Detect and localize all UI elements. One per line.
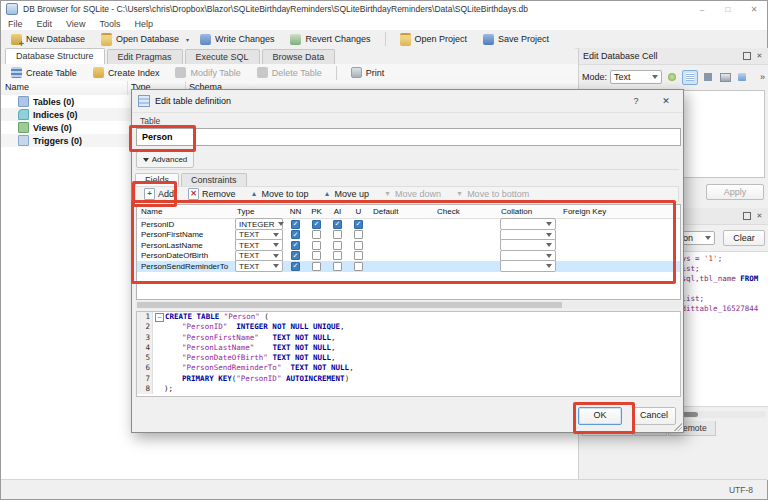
menu-file[interactable]: File bbox=[1, 18, 30, 30]
open-external-icon[interactable] bbox=[735, 71, 749, 84]
u-checkbox[interactable] bbox=[354, 251, 363, 260]
nn-checkbox[interactable]: ✓ bbox=[291, 241, 300, 250]
u-checkbox[interactable]: ✓ bbox=[354, 220, 363, 229]
tab-constraints[interactable]: Constraints bbox=[181, 173, 247, 186]
create-index-button[interactable]: Create Index bbox=[85, 65, 168, 80]
advanced-toggle[interactable]: Advanced bbox=[136, 151, 194, 168]
ai-checkbox[interactable] bbox=[333, 230, 342, 239]
import-icon[interactable] bbox=[665, 71, 679, 84]
table-name-input[interactable]: Person bbox=[136, 128, 681, 146]
ai-checkbox[interactable] bbox=[333, 251, 342, 260]
sql-code: CREATE TABLE "Person" ( bbox=[165, 312, 269, 322]
tab-execute-sql[interactable]: Execute SQL bbox=[185, 49, 260, 64]
field-collation-select[interactable] bbox=[500, 260, 556, 272]
close-panel-icon[interactable]: ✕ bbox=[753, 51, 766, 62]
ok-button[interactable]: OK bbox=[578, 407, 622, 425]
fold-marker-icon[interactable]: – bbox=[155, 313, 164, 322]
pk-checkbox[interactable]: ✓ bbox=[312, 220, 321, 229]
print-button[interactable]: Print bbox=[343, 65, 393, 80]
grid-column-foreign-key[interactable]: Foreign Key bbox=[559, 207, 680, 216]
close-log-panel-icon[interactable]: ✕ bbox=[753, 211, 766, 222]
u-checkbox[interactable] bbox=[354, 230, 363, 239]
new-database-button[interactable]: New Database bbox=[3, 32, 93, 47]
grid-column-type[interactable]: Type bbox=[233, 207, 285, 216]
menu-help[interactable]: Help bbox=[127, 18, 160, 30]
line-number: 8 bbox=[137, 384, 153, 394]
grid-column-nn[interactable]: NN bbox=[285, 207, 306, 216]
print2-icon[interactable] bbox=[718, 71, 732, 84]
pk-checkbox[interactable] bbox=[312, 251, 321, 260]
write-changes-button[interactable]: Write Changes bbox=[192, 32, 282, 47]
tab-browse-data[interactable]: Browse Data bbox=[262, 49, 336, 64]
ai-checkbox[interactable] bbox=[333, 262, 342, 271]
field-type-select[interactable]: TEXT bbox=[235, 260, 283, 272]
field-row-personid[interactable]: PersonIDINTEGER✓✓✓✓ bbox=[137, 219, 680, 230]
open-project-button[interactable]: Open Project bbox=[392, 31, 476, 48]
ai-checkbox[interactable]: ✓ bbox=[333, 220, 342, 229]
grid-column-u[interactable]: U bbox=[348, 207, 369, 216]
grid-column-name[interactable]: Name bbox=[137, 207, 233, 216]
maximize-icon[interactable]: □ bbox=[715, 1, 741, 17]
apply-button[interactable]: Apply bbox=[706, 184, 764, 200]
float-log-panel-icon[interactable] bbox=[740, 211, 753, 222]
line-number: 1 bbox=[137, 312, 153, 322]
move-to-top-button[interactable]: ▴Move to top bbox=[244, 188, 315, 200]
menu-edit[interactable]: Edit bbox=[30, 18, 60, 30]
dialog-resize-grip[interactable] bbox=[674, 423, 682, 431]
revert-changes-button[interactable]: Revert Changes bbox=[282, 32, 378, 47]
float-panel-icon[interactable] bbox=[740, 51, 753, 62]
grid-column-pk[interactable]: PK bbox=[306, 207, 327, 216]
mode-select[interactable]: Text bbox=[610, 70, 662, 84]
tree-column-name[interactable]: Name bbox=[5, 82, 29, 92]
field-row-personlastname[interactable]: PersonLastNameTEXT✓ bbox=[137, 240, 680, 251]
u-checkbox[interactable] bbox=[354, 262, 363, 271]
tab-edit-pragmas[interactable]: Edit Pragmas bbox=[107, 49, 183, 64]
add-button[interactable]: +Add bbox=[138, 187, 180, 201]
field-name: PersonFirstName bbox=[137, 230, 233, 239]
ai-checkbox[interactable] bbox=[333, 241, 342, 250]
sql-preview-editor[interactable]: 1–CREATE TABLE "Person" (2 "PersonID" IN… bbox=[136, 311, 681, 397]
field-row-personfirstname[interactable]: PersonFirstNameTEXT✓ bbox=[137, 230, 680, 241]
pk-checkbox[interactable] bbox=[312, 262, 321, 271]
pk-checkbox[interactable] bbox=[312, 230, 321, 239]
grid-column-collation[interactable]: Collation bbox=[497, 207, 559, 216]
add-icon: + bbox=[144, 188, 155, 200]
indices-icon bbox=[18, 109, 29, 120]
line-number: 6 bbox=[137, 363, 153, 373]
nn-checkbox[interactable]: ✓ bbox=[291, 251, 300, 260]
grid-column-ai[interactable]: AI bbox=[327, 207, 348, 216]
move-up-button[interactable]: ▴Move up bbox=[317, 188, 376, 200]
save-project-button[interactable]: Save Project bbox=[475, 32, 557, 47]
grid-horizontal-scrollbar[interactable] bbox=[136, 301, 681, 309]
line-number: 7 bbox=[137, 374, 153, 384]
menu-tools[interactable]: Tools bbox=[92, 18, 127, 30]
grid-column-check[interactable]: Check bbox=[433, 207, 497, 216]
dialog-help-icon[interactable]: ? bbox=[623, 92, 649, 110]
open-database-dropdown-icon[interactable]: ▾ bbox=[183, 36, 192, 43]
dialog-close-icon[interactable]: ✕ bbox=[653, 92, 679, 110]
grid-column-default[interactable]: Default bbox=[369, 207, 433, 216]
clear-log-button[interactable]: Clear bbox=[723, 230, 765, 246]
close-icon[interactable]: ✕ bbox=[741, 1, 767, 17]
open-database-button[interactable]: Open Database bbox=[93, 31, 187, 48]
main-tab-bar: Database StructureEdit PragmasExecute SQ… bbox=[1, 48, 575, 65]
create-table-button[interactable]: Create Table bbox=[3, 65, 85, 80]
nn-checkbox[interactable]: ✓ bbox=[291, 230, 300, 239]
pk-checkbox[interactable] bbox=[312, 241, 321, 250]
minimize-icon[interactable]: – bbox=[689, 1, 715, 17]
u-checkbox[interactable] bbox=[354, 241, 363, 250]
text-mode-icon[interactable] bbox=[682, 70, 698, 85]
menu-view[interactable]: View bbox=[59, 18, 92, 30]
field-row-persondateofbirth[interactable]: PersonDateOfBirthTEXT✓ bbox=[137, 251, 680, 262]
field-type-value: TEXT bbox=[239, 230, 259, 239]
remove-button[interactable]: ✕Remove bbox=[182, 187, 242, 201]
tab-fields[interactable]: Fields bbox=[135, 173, 179, 186]
field-row-personsendreminderto[interactable]: PersonSendReminderToTEXT✓ bbox=[137, 261, 680, 272]
binary-mode-icon[interactable] bbox=[701, 71, 715, 84]
nn-checkbox[interactable]: ✓ bbox=[291, 220, 300, 229]
nn-checkbox[interactable]: ✓ bbox=[291, 262, 300, 271]
move-to-bottom-button: ▾Move to bottom bbox=[449, 188, 535, 200]
panel-overflow-icon[interactable]: » bbox=[758, 72, 767, 82]
cancel-button[interactable]: Cancel bbox=[632, 407, 676, 425]
tab-database-structure[interactable]: Database Structure bbox=[5, 48, 105, 65]
